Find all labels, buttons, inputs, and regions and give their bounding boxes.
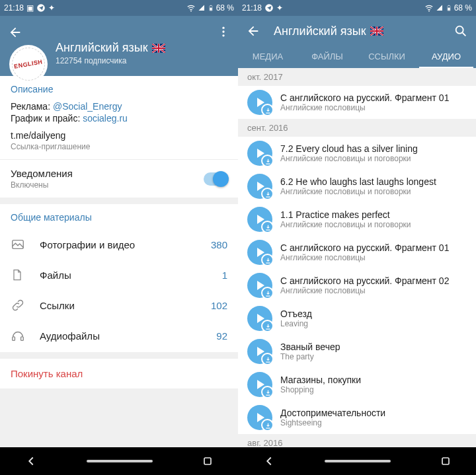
date-header: сент. 2016 <box>238 119 476 137</box>
shared-media-title: Общие материалы <box>11 212 227 223</box>
signal-icon <box>436 4 444 12</box>
audio-item[interactable]: Магазины, покупкиShopping <box>238 368 476 401</box>
nav-recents-icon[interactable] <box>201 455 214 468</box>
notifications-status: Включены <box>11 180 73 190</box>
audio-title: Достопримечательности <box>280 408 467 418</box>
nav-bar <box>0 447 238 475</box>
nav-recents-icon[interactable] <box>439 455 452 468</box>
audio-item[interactable]: 1.1 Practice makes perfectАнглийские пос… <box>238 203 476 236</box>
description-title: Описание <box>11 84 227 94</box>
channel-title: Английский язык <box>56 41 230 55</box>
audio-item[interactable]: С английского на русский. Фрагмент 01Анг… <box>238 236 476 269</box>
channel-header: ENGLISH Английский язык 122754 подписчик… <box>0 16 238 76</box>
audio-subtitle: Английские пословицы <box>280 286 467 295</box>
play-button[interactable] <box>247 273 272 298</box>
play-button[interactable] <box>247 339 272 364</box>
invite-link[interactable]: t.me/dailyeng <box>11 130 227 141</box>
play-button[interactable] <box>247 174 272 199</box>
play-button[interactable] <box>247 141 272 166</box>
files-row[interactable]: Файлы 1 <box>11 260 227 290</box>
photo-icon <box>11 237 25 252</box>
files-count: 1 <box>222 270 227 281</box>
status-time: 21:18 <box>242 3 262 13</box>
status-battery: 68 % <box>216 3 234 13</box>
app-icon: ✦ <box>48 3 55 13</box>
audio-item[interactable]: С английского на русский. Фрагмент 02Анг… <box>238 269 476 302</box>
date-header: авг. 2016 <box>238 434 476 447</box>
uk-flag-icon <box>370 26 383 36</box>
play-button[interactable] <box>247 240 272 265</box>
audio-list-screen: 21:18 ✦ 68 % Английский язык М <box>238 0 476 475</box>
tab-media[interactable]: МЕДИА <box>238 44 298 68</box>
links-row[interactable]: Ссылки 102 <box>11 290 227 320</box>
wifi-icon <box>424 3 434 13</box>
audio-item[interactable]: 6.2 He who laughs last laughs longestАнг… <box>238 170 476 203</box>
telegram-icon <box>36 3 46 13</box>
play-button[interactable] <box>247 372 272 397</box>
audio-item[interactable]: Званый вечерThe party <box>238 335 476 368</box>
nav-home-icon[interactable] <box>325 460 391 462</box>
audio-item[interactable]: С английского на русский. Фрагмент 01Анг… <box>238 86 476 119</box>
audio-item[interactable]: 7.2 Every cloud has a silver liningАнгли… <box>238 137 476 170</box>
download-icon <box>264 389 272 396</box>
status-bar: 21:18 ✦ 68 % <box>238 0 476 16</box>
play-button[interactable] <box>247 90 272 115</box>
audio-row[interactable]: Аудиофайлы 92 <box>11 320 227 351</box>
tab-audio[interactable]: АУДИО <box>416 44 476 68</box>
tab-files[interactable]: ФАЙЛЫ <box>298 44 357 68</box>
nav-back-icon[interactable] <box>262 454 276 468</box>
play-button[interactable] <box>247 405 272 430</box>
telegram-icon <box>264 3 274 13</box>
audio-count: 92 <box>216 330 227 342</box>
download-icon <box>264 158 272 165</box>
leave-channel-button[interactable]: Покинуть канал <box>0 359 238 388</box>
audio-title: С английского на русский. Фрагмент 01 <box>280 242 467 253</box>
channel-avatar[interactable]: ENGLISH <box>9 45 48 83</box>
tab-links[interactable]: ССЫЛКИ <box>357 44 416 68</box>
download-icon <box>264 422 272 429</box>
audio-subtitle: The party <box>280 352 467 361</box>
back-icon[interactable] <box>246 24 260 38</box>
more-icon[interactable] <box>217 25 230 38</box>
audio-title: 1.1 Practice makes perfect <box>280 209 467 220</box>
date-header: окт. 2017 <box>238 68 476 86</box>
download-icon <box>264 323 272 330</box>
download-icon <box>264 191 272 198</box>
invite-link-sub: Ссылка-приглашение <box>11 142 227 151</box>
nav-home-icon[interactable] <box>87 460 153 462</box>
audio-subtitle: Shopping <box>280 385 467 394</box>
headphones-icon <box>11 328 25 343</box>
back-icon[interactable] <box>8 25 22 40</box>
notifications-toggle[interactable] <box>204 172 227 186</box>
audio-item[interactable]: ОтъездLeaving <box>238 302 476 335</box>
notifications-row[interactable]: Уведомления Включены <box>0 159 238 190</box>
description-section: Описание Реклама: @Social_Energy График … <box>0 76 238 198</box>
audio-title: С английского на русский. Фрагмент 01 <box>280 92 467 103</box>
notifications-label: Уведомления <box>11 168 73 179</box>
play-button[interactable] <box>247 207 272 232</box>
audio-subtitle: Английские пословицы и поговорки <box>280 220 467 229</box>
ad-handle-link[interactable]: @Social_Energy <box>53 101 122 112</box>
subscriber-count: 122754 подписчика <box>56 56 230 65</box>
audio-subtitle: Английские пословицы <box>280 253 467 262</box>
audio-subtitle: Leaving <box>280 319 467 328</box>
audio-title: Отъезд <box>280 309 467 319</box>
audio-subtitle: Sightseeing <box>280 418 467 427</box>
wifi-icon <box>186 3 196 13</box>
nav-bar <box>238 447 476 475</box>
price-line: График и прайс: socialeg.ru <box>11 113 227 124</box>
audio-item[interactable]: ДостопримечательностиSightseeing <box>238 401 476 434</box>
play-button[interactable] <box>247 306 272 331</box>
price-link[interactable]: socialeg.ru <box>83 113 128 124</box>
nav-back-icon[interactable] <box>24 454 38 468</box>
uk-flag-icon <box>152 44 165 53</box>
audio-list[interactable]: окт. 2017С английского на русский. Фрагм… <box>238 68 476 447</box>
photos-row[interactable]: Фотографии и видео 380 <box>11 229 227 260</box>
audio-title: Званый вечер <box>280 342 467 352</box>
audio-title: С английского на русский. Фрагмент 02 <box>280 275 467 286</box>
photos-count: 380 <box>211 239 227 250</box>
media-tabs: МЕДИА ФАЙЛЫ ССЫЛКИ АУДИО <box>238 44 476 68</box>
ad-line: Реклама: @Social_Energy <box>11 101 227 112</box>
search-icon[interactable] <box>454 24 468 38</box>
channel-info-screen: 21:18 ▣ ✦ 68 % ENGLISH Английский язык <box>0 0 238 475</box>
